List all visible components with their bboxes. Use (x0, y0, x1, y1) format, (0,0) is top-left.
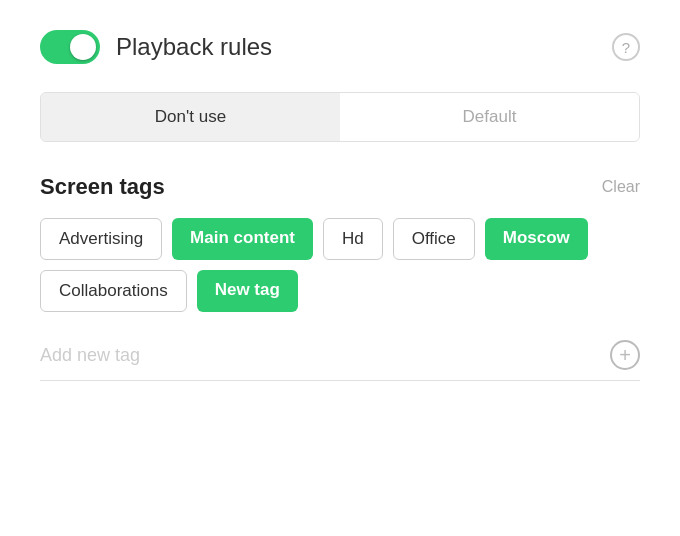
header-row: Playback rules ? (40, 30, 640, 64)
add-tag-row: + (40, 340, 640, 381)
tag-main-content[interactable]: Main content (172, 218, 313, 260)
tags-container: Advertising Main content Hd Office Mosco… (40, 218, 640, 312)
tag-new-tag[interactable]: New tag (197, 270, 298, 312)
header-left: Playback rules (40, 30, 272, 64)
page-title: Playback rules (116, 33, 272, 61)
tag-collaborations[interactable]: Collaborations (40, 270, 187, 312)
tab-switcher: Don't use Default (40, 92, 640, 142)
help-icon[interactable]: ? (612, 33, 640, 61)
playback-rules-toggle[interactable] (40, 30, 100, 64)
screen-tags-title: Screen tags (40, 174, 165, 200)
tab-default[interactable]: Default (340, 93, 639, 141)
toggle-track (40, 30, 100, 64)
toggle-thumb (70, 34, 96, 60)
tag-advertising[interactable]: Advertising (40, 218, 162, 260)
clear-button[interactable]: Clear (602, 178, 640, 196)
tag-moscow[interactable]: Moscow (485, 218, 588, 260)
screen-tags-header: Screen tags Clear (40, 174, 640, 200)
tag-hd[interactable]: Hd (323, 218, 383, 260)
tag-office[interactable]: Office (393, 218, 475, 260)
add-tag-icon[interactable]: + (610, 340, 640, 370)
tab-dont-use[interactable]: Don't use (41, 93, 340, 141)
add-new-tag-input[interactable] (40, 345, 610, 366)
